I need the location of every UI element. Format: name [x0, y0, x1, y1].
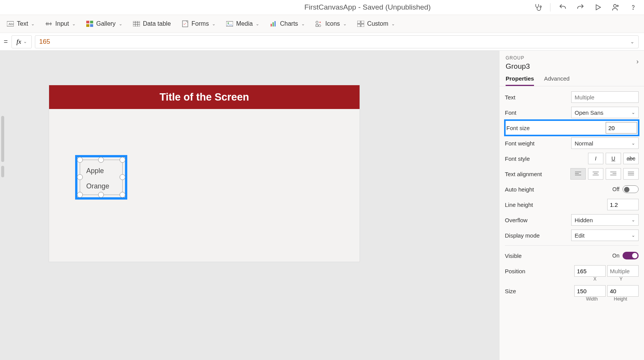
formula-input[interactable]: 165 ⌄ — [35, 35, 639, 48]
app-title: FirstCanvasApp - Saved (Unpublished) — [304, 3, 431, 12]
lineheight-input[interactable] — [607, 199, 639, 210]
overflow-select[interactable]: Hidden⌄ — [571, 214, 639, 226]
fx-dropdown[interactable]: fx⌄ — [12, 35, 32, 48]
screen-canvas[interactable]: Title of the Screen Apple Orange — [49, 85, 360, 262]
svg-point-21 — [227, 22, 229, 24]
help-icon[interactable] — [628, 2, 639, 13]
gallery-menu[interactable]: Gallery⌄ — [86, 20, 122, 27]
strikethrough-button[interactable]: abc — [623, 153, 639, 164]
svg-rect-29 — [357, 24, 360, 27]
align-right-button[interactable] — [606, 168, 621, 180]
svg-rect-27 — [357, 21, 360, 23]
resize-handle-nw[interactable] — [77, 157, 83, 163]
properties-panel: GROUP Group3 › Properties Advanced Text … — [499, 51, 644, 360]
formula-expand-icon[interactable]: ⌄ — [630, 39, 634, 45]
stethoscope-icon[interactable] — [532, 2, 543, 13]
label-orange[interactable]: Orange — [86, 182, 109, 190]
resize-handle-e[interactable] — [120, 174, 125, 180]
resize-handle-w[interactable] — [77, 174, 83, 180]
fontweight-select[interactable]: Normal⌄ — [571, 137, 639, 149]
size-height-input[interactable] — [607, 285, 639, 297]
custom-menu[interactable]: Custom⌄ — [357, 20, 395, 27]
align-left-button[interactable] — [570, 168, 586, 180]
charts-label: Charts — [280, 20, 298, 27]
position-sublabels: X Y — [505, 276, 639, 282]
svg-rect-24 — [274, 21, 276, 26]
scroll-thumb-2[interactable] — [1, 166, 4, 177]
datatable-label: Data table — [143, 20, 171, 27]
workspace: Title of the Screen Apple Orange — [0, 51, 644, 360]
charts-menu[interactable]: Charts⌄ — [270, 20, 304, 27]
text-icon: Abc — [7, 20, 14, 27]
prop-visible: Visible On — [505, 248, 639, 263]
svg-rect-13 — [90, 24, 93, 27]
input-menu[interactable]: Input⌄ — [45, 20, 76, 27]
insert-ribbon: Abc Text⌄ Input⌄ Gallery⌄ Data table For… — [0, 15, 644, 33]
align-justify-button[interactable] — [623, 168, 639, 180]
resize-handle-ne[interactable] — [120, 157, 125, 163]
equals-label: = — [0, 38, 12, 46]
svg-rect-28 — [361, 21, 364, 23]
svg-rect-22 — [271, 24, 272, 26]
svg-rect-14 — [133, 21, 140, 26]
left-rail — [0, 51, 7, 360]
svg-rect-12 — [86, 24, 89, 27]
canvas-area[interactable]: Title of the Screen Apple Orange — [7, 51, 499, 360]
italic-button[interactable]: I — [588, 153, 603, 164]
svg-point-0 — [540, 6, 542, 7]
fontsize-input[interactable] — [606, 122, 637, 134]
selection-name: Group3 — [506, 62, 638, 71]
svg-rect-26 — [316, 25, 318, 26]
undo-icon[interactable] — [557, 2, 568, 13]
prop-textalign: Text alignment — [505, 166, 639, 182]
charts-icon — [270, 20, 277, 27]
position-x-input[interactable] — [574, 265, 606, 277]
scroll-thumb[interactable] — [1, 116, 4, 162]
selected-group[interactable]: Apple Orange — [75, 155, 127, 200]
chevron-right-icon[interactable]: › — [636, 58, 639, 66]
underline-button[interactable]: U — [606, 153, 621, 164]
resize-handle-n[interactable] — [98, 157, 104, 163]
props-header: GROUP Group3 › — [499, 51, 644, 73]
text-input[interactable] — [571, 91, 639, 103]
size-sublabels: Width Height — [505, 296, 639, 302]
svg-point-2 — [614, 5, 616, 7]
separator — [550, 3, 550, 12]
selection-type: GROUP — [506, 55, 638, 61]
share-icon[interactable] — [610, 2, 621, 13]
label-apple[interactable]: Apple — [86, 167, 104, 175]
media-label: Media — [236, 20, 253, 27]
datatable-icon — [133, 20, 140, 27]
font-select[interactable]: Open Sans⌄ — [571, 107, 639, 118]
resize-handle-s[interactable] — [98, 192, 104, 198]
svg-rect-10 — [86, 21, 89, 23]
size-width-input[interactable] — [574, 285, 606, 297]
tab-properties[interactable]: Properties — [506, 75, 534, 86]
position-y-input[interactable] — [607, 265, 639, 277]
divider — [505, 245, 639, 246]
svg-rect-23 — [273, 22, 274, 26]
tab-advanced[interactable]: Advanced — [544, 75, 570, 86]
visible-toggle[interactable] — [623, 252, 639, 259]
canvas-title[interactable]: Title of the Screen — [49, 85, 360, 109]
text-menu[interactable]: Abc Text⌄ — [7, 20, 34, 27]
resize-handle-se[interactable] — [120, 192, 125, 198]
prop-lineheight: Line height — [505, 197, 639, 212]
autoheight-toggle[interactable] — [623, 185, 639, 193]
align-center-button[interactable] — [588, 168, 603, 180]
svg-point-3 — [633, 9, 633, 9]
displaymode-select[interactable]: Edit⌄ — [571, 230, 639, 241]
media-menu[interactable]: Media⌄ — [226, 20, 260, 27]
redo-icon[interactable] — [575, 2, 586, 13]
svg-rect-30 — [361, 24, 364, 27]
play-icon[interactable] — [593, 2, 603, 13]
icons-menu[interactable]: Icons⌄ — [315, 20, 347, 27]
resize-handle-sw[interactable] — [77, 192, 83, 198]
prop-fontweight: Font weight Normal⌄ — [505, 135, 639, 151]
prop-fontsize: Font size — [505, 120, 639, 135]
svg-point-25 — [316, 21, 318, 23]
forms-menu[interactable]: Forms⌄ — [182, 20, 215, 27]
datatable-menu[interactable]: Data table — [133, 20, 171, 27]
icons-icon — [315, 20, 322, 27]
prop-autoheight: Auto height Off — [505, 182, 639, 197]
